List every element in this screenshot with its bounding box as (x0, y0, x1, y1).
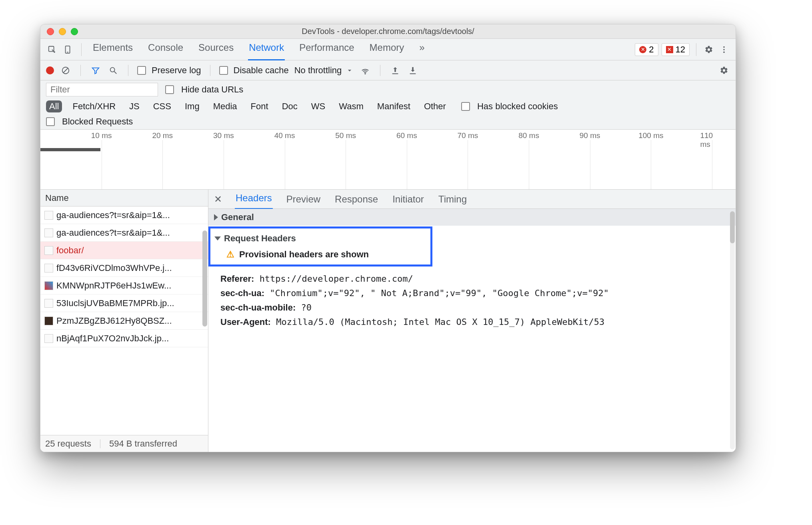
request-name: PzmJZBgZBJ612Hy8QBSZ... (56, 316, 172, 326)
tab-memory[interactable]: Memory (369, 39, 405, 60)
upload-har-icon[interactable] (389, 64, 401, 76)
table-row[interactable]: ga-audiences?t=sr&aip=1&... (40, 206, 208, 224)
tab-network[interactable]: Network (248, 39, 285, 60)
highlight-box: Request Headers ⚠ Provisional headers ar… (208, 226, 432, 267)
tab-elements[interactable]: Elements (92, 39, 134, 60)
detail-body[interactable]: General Request Headers ⚠ Provisional he… (208, 209, 736, 452)
has-blocked-cookies-checkbox[interactable] (461, 102, 470, 111)
tab-sources[interactable]: Sources (198, 39, 234, 60)
split-pane: Name ga-audiences?t=sr&aip=1&... ga-audi… (40, 190, 736, 452)
header-sec-ch-ua: sec-ch-ua: "Chromium";v="92", " Not A;Br… (220, 288, 736, 299)
hide-data-urls-checkbox[interactable] (165, 85, 174, 94)
section-general[interactable]: General (208, 209, 736, 226)
svg-line-9 (114, 71, 117, 74)
timeline-tick: 10 ms (91, 131, 112, 140)
device-toolbar-icon[interactable] (62, 44, 74, 56)
section-request-headers[interactable]: Request Headers (214, 232, 426, 245)
image-icon (44, 334, 53, 343)
chevron-down-icon (214, 236, 221, 240)
provisional-headers-text: Provisional headers are shown (239, 249, 369, 260)
type-css[interactable]: CSS (150, 100, 174, 112)
column-header-name[interactable]: Name (40, 190, 208, 206)
network-conditions-icon[interactable] (359, 64, 371, 76)
type-manifest[interactable]: Manifest (374, 100, 414, 112)
hide-data-urls-label: Hide data URLs (181, 84, 243, 95)
inspect-icon[interactable] (46, 44, 58, 56)
header-referer: Referer: https://developer.chrome.com/ (220, 274, 736, 284)
timeline-tick: 70 ms (458, 131, 478, 140)
close-detail-button[interactable]: ✕ (214, 194, 222, 205)
separator (210, 65, 210, 76)
image-icon (44, 281, 53, 290)
scrollbar-thumb[interactable] (202, 230, 207, 327)
header-value: https://developer.chrome.com/ (260, 274, 413, 284)
gridline (162, 140, 163, 189)
tab-performance[interactable]: Performance (298, 39, 355, 60)
type-img[interactable]: Img (182, 100, 203, 112)
timeline-tick: 100 ms (638, 131, 663, 140)
header-key: sec-ch-ua: (220, 288, 264, 298)
tab-response[interactable]: Response (334, 190, 379, 208)
type-other[interactable]: Other (421, 100, 449, 112)
chevron-down-icon[interactable] (346, 64, 354, 76)
type-font[interactable]: Font (248, 100, 272, 112)
request-list[interactable]: ga-audiences?t=sr&aip=1&... ga-audiences… (40, 206, 208, 435)
type-doc[interactable]: Doc (279, 100, 301, 112)
timeline-tick: 40 ms (274, 131, 295, 140)
gridline (468, 140, 468, 189)
type-all[interactable]: All (46, 100, 62, 112)
type-js[interactable]: JS (126, 100, 143, 112)
settings-icon[interactable] (703, 44, 715, 56)
tab-headers[interactable]: Headers (235, 189, 273, 209)
table-row[interactable]: ga-audiences?t=sr&aip=1&... (40, 224, 208, 242)
timeline-tick: 80 ms (518, 131, 539, 140)
throttling-select[interactable]: No throttling (294, 65, 342, 76)
timeline-tick: 20 ms (152, 131, 173, 140)
request-name: KMNWpnRJTP6eHJs1wEw... (56, 281, 171, 291)
type-media[interactable]: Media (210, 100, 240, 112)
header-sec-ch-ua-mobile: sec-ch-ua-mobile: ?0 (220, 303, 736, 313)
tab-console[interactable]: Console (147, 39, 184, 60)
table-row[interactable]: PzmJZBgZBJ612Hy8QBSZ... (40, 312, 208, 330)
gridline (224, 140, 224, 189)
kebab-menu-icon[interactable] (718, 44, 730, 56)
table-row[interactable]: KMNWpnRJTP6eHJs1wEw... (40, 277, 208, 295)
preserve-log-checkbox[interactable] (137, 66, 146, 75)
request-status-bar: 25 requests 594 B transferred (40, 435, 208, 452)
table-row-selected[interactable]: foobar/ (40, 242, 208, 259)
devtools-window: DevTools - developer.chrome.com/tags/dev… (40, 24, 736, 452)
request-name: ga-audiences?t=sr&aip=1&... (56, 210, 170, 220)
record-button[interactable] (46, 66, 54, 74)
error-square-icon: ✕ (666, 46, 673, 53)
scrollbar-thumb[interactable] (730, 211, 735, 243)
error-badge-circle[interactable]: ✕ 2 (635, 43, 658, 56)
tab-initiator[interactable]: Initiator (392, 190, 425, 208)
table-row[interactable]: 53IuclsjUVBaBME7MPRb.jp... (40, 295, 208, 312)
disable-cache-checkbox[interactable] (219, 66, 228, 75)
separator (100, 439, 100, 448)
clear-icon[interactable] (60, 64, 72, 76)
type-wasm[interactable]: Wasm (336, 100, 367, 112)
header-key: User-Agent: (220, 317, 271, 327)
provisional-headers-warning: ⚠ Provisional headers are shown (226, 249, 426, 260)
tab-more[interactable]: » (418, 39, 425, 60)
table-row[interactable]: fD43v6RiVCDlmo3WhVPe.j... (40, 259, 208, 277)
table-row[interactable]: nBjAqf1PuX7O2nvJbJck.jp... (40, 330, 208, 347)
type-fetch-xhr[interactable]: Fetch/XHR (69, 100, 119, 112)
blocked-requests-checkbox[interactable] (46, 117, 55, 126)
timeline-tick: 50 ms (335, 131, 356, 140)
filter-icon[interactable] (90, 64, 102, 76)
tab-preview[interactable]: Preview (286, 190, 321, 208)
gridline (651, 140, 651, 189)
filter-input[interactable] (46, 83, 158, 96)
download-har-icon[interactable] (407, 64, 419, 76)
type-ws[interactable]: WS (308, 100, 328, 112)
request-name: foobar/ (56, 245, 84, 256)
search-icon[interactable] (107, 64, 119, 76)
network-settings-icon[interactable] (718, 64, 730, 76)
timeline-overview[interactable]: 10 ms20 ms30 ms40 ms50 ms60 ms70 ms80 ms… (40, 130, 736, 190)
tab-timing[interactable]: Timing (438, 190, 468, 208)
error-badge-square[interactable]: ✕ 12 (662, 43, 690, 56)
detail-scrollbar[interactable] (730, 211, 735, 449)
panel-tabs-row: Elements Console Sources Network Perform… (40, 39, 736, 60)
